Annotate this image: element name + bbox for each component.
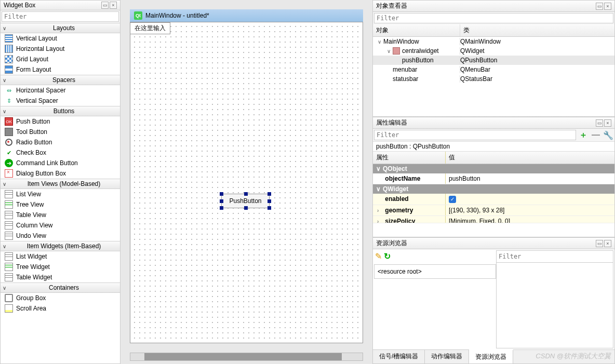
widget-category[interactable]: ∨Item Views (Model-Based): [1, 179, 120, 189]
widget-item[interactable]: Table View: [1, 210, 120, 220]
widget-item[interactable]: Dialog Button Box: [1, 168, 120, 179]
pushbutton-widget[interactable]: PushButton: [221, 194, 270, 208]
dlgbox-icon: [5, 169, 13, 178]
horizontal-scrollbar[interactable]: [130, 353, 363, 361]
widget-item[interactable]: Radio Button: [1, 137, 120, 147]
design-canvas-area: Qt MainWindow - untitled* 在这里输入 PushButt…: [121, 0, 372, 364]
view-icon: [5, 252, 13, 261]
dock-icon[interactable]: ▭: [101, 2, 109, 9]
widget-item[interactable]: Table Widget: [1, 272, 120, 282]
bottom-tab[interactable]: 动作编辑器: [425, 350, 469, 363]
resize-handle[interactable]: [268, 199, 271, 203]
widget-category[interactable]: ∨Spacers: [1, 75, 120, 85]
widget-item[interactable]: Scroll Area: [1, 303, 120, 314]
object-tree-row[interactable]: menubarQMenuBar: [373, 65, 614, 74]
add-property-icon[interactable]: ＋: [578, 130, 589, 140]
property-filter[interactable]: [374, 130, 576, 140]
widget-item[interactable]: ⇕Vertical Spacer: [1, 96, 120, 106]
widget-category[interactable]: ∨Buttons: [1, 106, 120, 116]
watermark: CSDN @软件测试大空翼: [536, 352, 611, 361]
form-canvas[interactable]: 在这里输入 PushButton: [130, 22, 363, 343]
hlayout-icon: [5, 45, 13, 53]
view-icon: [5, 232, 13, 240]
resize-handle[interactable]: [268, 192, 271, 196]
widget-category[interactable]: ∨Containers: [1, 282, 120, 293]
widget-item[interactable]: ⇔Horizontal Spacer: [1, 85, 120, 96]
resize-handle[interactable]: [268, 206, 271, 210]
close-icon[interactable]: ×: [110, 2, 117, 9]
widget-item[interactable]: Tool Button: [1, 127, 120, 137]
dock-icon[interactable]: ▭: [596, 3, 603, 10]
resize-handle[interactable]: [220, 199, 223, 203]
remove-property-icon[interactable]: —: [591, 130, 601, 140]
resource-tree[interactable]: <resource root>: [374, 264, 496, 279]
toolbtn-icon: [5, 128, 13, 136]
widget-item[interactable]: List Widget: [1, 251, 120, 262]
resource-root[interactable]: <resource root>: [378, 268, 422, 275]
menubar-placeholder[interactable]: 在这里输入: [130, 22, 170, 34]
property-section[interactable]: ∨QWidget: [373, 184, 614, 194]
widget-box-filter[interactable]: [2, 11, 119, 22]
resource-browser-header: 资源浏览器 ▭×: [373, 238, 614, 249]
resize-handle[interactable]: [244, 206, 248, 210]
cmdlink-icon: ➔: [5, 159, 13, 167]
view ic-tree-icon: [5, 200, 13, 209]
widget-item[interactable]: Grid Layout: [1, 54, 120, 64]
widget-item[interactable]: Undo View: [1, 231, 120, 241]
reload-icon[interactable]: ↻: [384, 251, 391, 261]
configure-icon[interactable]: 🔧: [603, 130, 613, 140]
bottom-tab[interactable]: 资源浏览器: [469, 349, 513, 363]
widget-box-title: Widget Box: [4, 2, 101, 9]
resize-handle[interactable]: [220, 206, 223, 210]
resource-filter[interactable]: [497, 251, 613, 263]
object-inspector-filter[interactable]: [374, 13, 613, 23]
widget-item[interactable]: Tree View: [1, 199, 120, 210]
widget-item[interactable]: Column View: [1, 220, 120, 231]
object-tree-row[interactable]: ∨centralwidgetQWidget: [373, 46, 614, 56]
dock-icon[interactable]: ▭: [596, 240, 603, 247]
close-icon[interactable]: ×: [604, 119, 611, 127]
checkbox-checked-icon[interactable]: ✓: [449, 196, 456, 203]
widget-category[interactable]: ∨Item Widgets (Item-Based): [1, 241, 120, 251]
property-table-header: 属性 值: [373, 152, 614, 164]
grid-icon: [5, 55, 13, 63]
edit-resources-icon[interactable]: ✎: [375, 251, 382, 261]
object-tree-row[interactable]: ∨MainWindowQMainWindow: [373, 37, 614, 46]
widget-item[interactable]: Horizontal Layout: [1, 44, 120, 54]
widget-item[interactable]: Form Layout: [1, 64, 120, 75]
widget-category[interactable]: ∨Layouts: [1, 23, 120, 33]
resource-preview: [497, 263, 613, 348]
hspacer-icon: ⇔: [5, 86, 13, 95]
resize-handle[interactable]: [220, 192, 223, 196]
pushbtn-icon: OK: [5, 117, 13, 126]
resize-handle[interactable]: [244, 192, 248, 196]
window-titlebar[interactable]: Qt MainWindow - untitled*: [130, 9, 363, 22]
widget-item[interactable]: OKPush Button: [1, 116, 120, 127]
widget-item[interactable]: List View: [1, 189, 120, 199]
property-row[interactable]: enabled✓: [373, 194, 614, 205]
object-tree-header: 对象 类: [373, 24, 614, 37]
object-inspector-header: 对象查看器 ▭×: [373, 1, 614, 12]
bottom-tab[interactable]: 信号/槽编辑器: [373, 350, 425, 363]
property-row[interactable]: objectNamepushButton: [373, 173, 614, 184]
close-icon[interactable]: ×: [604, 3, 611, 10]
property-row[interactable]: › sizePolicy[Minimum, Fixed, 0, 0]: [373, 216, 614, 223]
radio-icon: [5, 138, 13, 146]
property-section[interactable]: ∨QObject: [373, 164, 614, 173]
check-icon: ✔: [5, 149, 13, 157]
widget-item[interactable]: Group Box: [1, 293, 120, 303]
object-tree-row[interactable]: pushButtonQPushButton: [373, 56, 614, 65]
vspacer-icon: ⇕: [5, 97, 13, 105]
property-editor-header: 属性编辑器 ▭×: [373, 117, 614, 129]
object-inspector-title: 对象查看器: [376, 2, 596, 10]
widget-item[interactable]: ➔Command Link Button: [1, 158, 120, 168]
close-icon[interactable]: ×: [604, 240, 611, 247]
widget-item[interactable]: ✔Check Box: [1, 147, 120, 158]
object-tree-row[interactable]: statusbarQStatusBar: [373, 74, 614, 84]
widget-item[interactable]: Vertical Layout: [1, 33, 120, 44]
view-icon: [5, 221, 13, 230]
property-object-label: pushButton : QPushButton: [373, 142, 614, 152]
property-row[interactable]: › geometry[(190, 330), 93 x 28]: [373, 205, 614, 216]
dock-icon[interactable]: ▭: [596, 119, 603, 127]
widget-item[interactable]: Tree Widget: [1, 262, 120, 272]
